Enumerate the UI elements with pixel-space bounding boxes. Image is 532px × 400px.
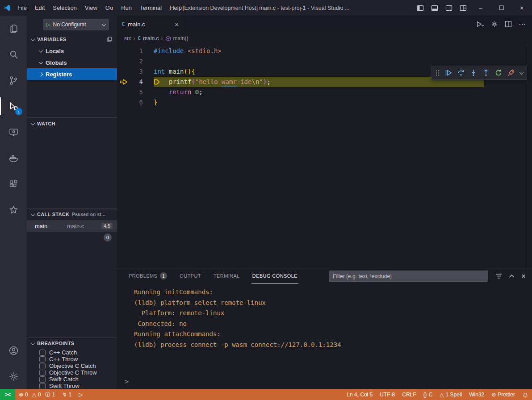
- accounts-icon[interactable]: [0, 338, 27, 363]
- variables-section-header[interactable]: VARIABLES: [27, 33, 117, 45]
- tab-main-c[interactable]: C main.c ×: [117, 16, 183, 33]
- ports-status[interactable]: ↯ 1: [59, 389, 75, 400]
- breakpoint-checkbox[interactable]: [39, 383, 46, 389]
- launch-configuration-dropdown[interactable]: ▷ No Configurat: [43, 19, 109, 30]
- customize-layout-icon[interactable]: [456, 0, 470, 16]
- platform-status[interactable]: Win32: [465, 389, 488, 400]
- close-window-button[interactable]: ×: [511, 0, 532, 16]
- breakpoint-item[interactable]: Objective C Catch: [27, 362, 117, 369]
- console-line[interactable]: Running initCommands:: [134, 287, 532, 298]
- breakpoints-section-header[interactable]: BREAKPOINTS: [27, 338, 117, 349]
- debug-session-status[interactable]: ▷: [75, 389, 86, 400]
- menu-view[interactable]: View: [81, 0, 101, 16]
- breakpoint-gutter[interactable]: [117, 67, 130, 77]
- code-line-5[interactable]: 5 return 0;: [117, 87, 532, 97]
- breakpoint-gutter[interactable]: [117, 87, 130, 97]
- tab-close-icon[interactable]: ×: [175, 21, 179, 28]
- console-filter-input[interactable]: [329, 271, 488, 282]
- breakpoint-gutter[interactable]: [117, 77, 130, 87]
- activity-source-control-icon[interactable]: [0, 67, 27, 93]
- disconnect-button[interactable]: [507, 69, 515, 76]
- more-actions-icon[interactable]: ⋯: [519, 20, 526, 29]
- run-file-button[interactable]: [477, 21, 484, 28]
- remote-indicator[interactable]: ><: [0, 389, 15, 400]
- notifications-bell[interactable]: [519, 389, 532, 400]
- continue-button[interactable]: [445, 69, 452, 76]
- breadcrumb[interactable]: src › C main.c › main(): [117, 33, 532, 44]
- activity-explorer-icon[interactable]: [0, 16, 27, 42]
- variables-action-icon[interactable]: [106, 36, 113, 42]
- breakpoint-item[interactable]: C++ Throw: [27, 356, 117, 362]
- restart-button[interactable]: [495, 69, 502, 76]
- breakpoint-gutter[interactable]: [117, 56, 130, 67]
- console-line[interactable]: Running attachCommands:: [134, 329, 532, 340]
- breakpoint-item[interactable]: Objective C Throw: [27, 369, 117, 376]
- debug-console-content[interactable]: Running initCommands:(lldb) platform sel…: [117, 284, 532, 389]
- console-prompt-icon[interactable]: >: [125, 378, 129, 386]
- activity-search-icon[interactable]: [0, 42, 27, 67]
- menu-terminal[interactable]: Terminal: [136, 0, 166, 16]
- tab-problems[interactable]: PROBLEMS 1: [128, 268, 168, 284]
- split-editor-icon[interactable]: [505, 21, 512, 28]
- console-line[interactable]: (lldb) platform select remote-linux: [134, 298, 532, 308]
- variables-scope-locals[interactable]: Locals: [27, 45, 117, 57]
- variables-scope-globals[interactable]: Globals: [27, 57, 117, 68]
- formatter-status[interactable]: ⊘ Prettier: [488, 389, 519, 400]
- call-stack-frame[interactable]: main main.c 4:5: [27, 220, 117, 232]
- breakpoint-gutter[interactable]: [117, 97, 130, 108]
- activity-run-and-debug-icon[interactable]: 1: [0, 93, 27, 119]
- breakpoint-checkbox[interactable]: [39, 376, 46, 383]
- step-into-button[interactable]: [470, 69, 477, 76]
- toggle-panel-icon[interactable]: [427, 0, 442, 16]
- variables-scope-registers[interactable]: Registers: [27, 68, 117, 80]
- menu-file[interactable]: File: [13, 0, 31, 16]
- console-line[interactable]: Platform: remote-linux: [134, 308, 532, 319]
- call-stack-section-header[interactable]: CALL STACK Paused on st...: [27, 208, 117, 220]
- code-line-2[interactable]: 2: [117, 56, 532, 67]
- breakpoint-checkbox[interactable]: [39, 350, 46, 356]
- code-editor[interactable]: 1#include <stdio.h>23int main(){4printf(…: [117, 44, 532, 268]
- language-mode[interactable]: {} C: [420, 389, 436, 400]
- activity-docker-icon[interactable]: [0, 145, 27, 171]
- activity-remote-explorer-icon[interactable]: [0, 119, 27, 145]
- breadcrumb-symbol[interactable]: main(): [173, 35, 189, 42]
- menu-run[interactable]: Run: [117, 0, 136, 16]
- maximize-button[interactable]: [491, 0, 511, 16]
- tab-terminal[interactable]: TERMINAL: [213, 268, 241, 284]
- code-line-6[interactable]: 6}: [117, 97, 532, 108]
- menu-go[interactable]: Go: [101, 0, 117, 16]
- console-line[interactable]: (lldb) process connect -p wasm connect:/…: [134, 340, 532, 350]
- menu-edit[interactable]: Edit: [31, 0, 49, 16]
- breakpoint-gutter[interactable]: [117, 46, 130, 56]
- toggle-secondary-sidebar-icon[interactable]: [442, 0, 456, 16]
- breadcrumb-file[interactable]: main.c: [143, 35, 159, 42]
- breakpoint-checkbox[interactable]: [39, 370, 46, 376]
- spell-checker-status[interactable]: △ 1 Spell: [436, 389, 465, 400]
- tab-debug-console[interactable]: DEBUG CONSOLE: [251, 268, 298, 284]
- debug-toolbar-chevron-icon[interactable]: [519, 70, 524, 75]
- minimize-button[interactable]: –: [470, 0, 491, 16]
- start-debug-icon[interactable]: ▷: [46, 22, 50, 28]
- settings-gear-icon[interactable]: [0, 363, 27, 389]
- editor-settings-gear-icon[interactable]: [491, 21, 498, 28]
- breakpoint-item[interactable]: Swift Catch: [27, 376, 117, 383]
- watch-section-header[interactable]: WATCH: [27, 118, 117, 129]
- menu-selection[interactable]: Selection: [49, 0, 80, 16]
- eol-selector[interactable]: CRLF: [398, 389, 419, 400]
- close-panel-icon[interactable]: ×: [521, 272, 526, 281]
- step-out-button[interactable]: [482, 69, 490, 76]
- breakpoint-checkbox[interactable]: [39, 363, 46, 369]
- maximize-panel-chevron-icon[interactable]: [509, 274, 515, 278]
- breakpoint-item[interactable]: Swift Throw: [27, 383, 117, 389]
- breakpoint-checkbox[interactable]: [39, 356, 46, 362]
- breadcrumb-folder[interactable]: src: [124, 35, 131, 42]
- tab-output[interactable]: OUTPUT: [179, 268, 202, 284]
- encoding-selector[interactable]: UTF-8: [376, 389, 398, 400]
- step-over-button[interactable]: [457, 69, 465, 76]
- code-line-1[interactable]: 1#include <stdio.h>: [117, 46, 532, 56]
- problems-status[interactable]: ⊗ 0 △ 0 ⓘ 1: [15, 389, 59, 400]
- breakpoint-item[interactable]: C++ Catch: [27, 349, 117, 356]
- cursor-position[interactable]: Ln 4, Col 5: [343, 389, 376, 400]
- console-line[interactable]: Connected: no: [134, 319, 532, 329]
- activity-favorites-icon[interactable]: [0, 197, 27, 223]
